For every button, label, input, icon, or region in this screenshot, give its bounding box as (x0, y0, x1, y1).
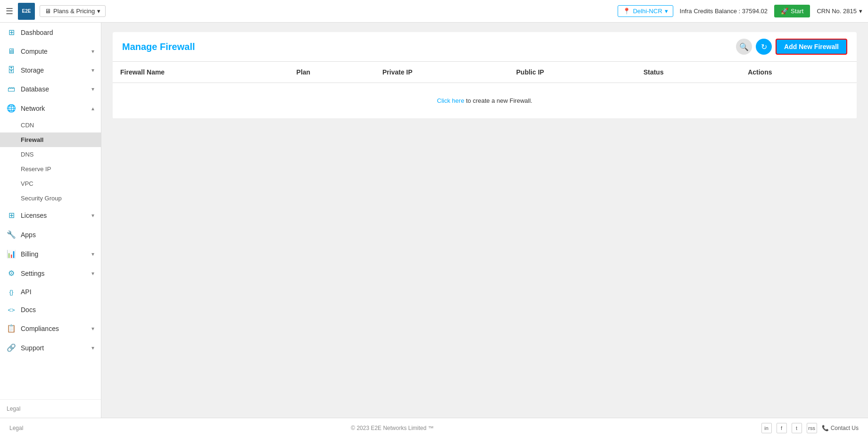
compliances-icon: 📋 (7, 324, 16, 333)
start-label: Start (791, 8, 803, 15)
region-button[interactable]: 📍 Delhi-NCR ▾ (618, 5, 673, 17)
footer-copyright: © 2023 E2E Networks Limited ™ (23, 425, 761, 431)
main-layout: ⊞ Dashboard 🖥 Compute ▾ 🗄 Storage ▾ 🗃 Da… (0, 23, 868, 418)
search-icon: 🔍 (739, 42, 749, 51)
twitter-icon[interactable]: t (792, 423, 802, 433)
sidebar-item-compute[interactable]: 🖥 Compute ▾ (0, 42, 101, 61)
sidebar-item-label: Settings (21, 270, 45, 277)
sidebar-item-label: Apps (21, 231, 36, 239)
sidebar-item-label: Network (21, 105, 45, 112)
sidebar-item-label: Support (21, 344, 44, 352)
rocket-icon: 🚀 (781, 8, 788, 15)
settings-icon: ⚙ (7, 269, 16, 278)
click-here-link[interactable]: Click here (437, 97, 464, 104)
contact-label: Contact Us (831, 425, 859, 431)
sidebar-item-label: Billing (21, 250, 38, 258)
crn-label: CRN No. 2815 (817, 8, 857, 15)
sidebar-item-licenses[interactable]: ⊞ Licenses ▾ (0, 206, 101, 225)
sidebar-subitem-dns[interactable]: DNS (0, 147, 101, 162)
sidebar-item-storage[interactable]: 🗄 Storage ▾ (0, 61, 101, 80)
plans-pricing-label: Plans & Pricing (53, 8, 95, 15)
page-header: Manage Firewall 🔍 ↻ Add New Firewall (113, 32, 857, 62)
add-new-firewall-button[interactable]: Add New Firewall (776, 39, 847, 55)
billing-icon: 📊 (7, 249, 16, 258)
database-icon: 🗃 (7, 85, 16, 93)
licenses-icon: ⊞ (7, 211, 16, 220)
sidebar-subitem-vpc[interactable]: VPC (0, 176, 101, 191)
sidebar-subitem-security-group[interactable]: Security Group (0, 191, 101, 206)
col-status: Status (636, 62, 741, 83)
plans-pricing-icon: 🖥 (45, 8, 51, 15)
plans-pricing-button[interactable]: 🖥 Plans & Pricing ▾ (40, 5, 106, 17)
col-public-ip: Public IP (509, 62, 636, 83)
sidebar-item-label: Storage (21, 66, 44, 74)
refresh-icon: ↻ (761, 42, 767, 51)
plans-pricing-chevron: ▾ (97, 8, 100, 15)
sidebar-item-compliances[interactable]: 📋 Compliances ▾ (0, 319, 101, 338)
topbar: ☰ E2E 🖥 Plans & Pricing ▾ 📍 Delhi-NCR ▾ … (0, 0, 868, 23)
firewall-table-container: Firewall Name Plan Private IP Public IP … (113, 62, 857, 119)
chevron-down-icon: ▾ (91, 86, 94, 92)
sidebar-item-support[interactable]: 🔗 Support ▾ (0, 338, 101, 357)
chevron-down-icon: ▾ (91, 212, 94, 219)
start-button[interactable]: 🚀 Start (774, 5, 810, 17)
sidebar-item-label: Dashboard (21, 29, 53, 36)
col-actions: Actions (740, 62, 857, 83)
infra-credits-label: Infra Credits Balance : 37594.02 (680, 8, 768, 15)
chevron-down-icon: ▾ (91, 48, 94, 55)
sidebar-footer: Legal (0, 399, 101, 418)
chevron-down-icon: ▾ (91, 270, 94, 277)
firewall-table: Firewall Name Plan Private IP Public IP … (113, 62, 857, 119)
sidebar-item-apps[interactable]: 🔧 Apps (0, 225, 101, 244)
sidebar-item-docs[interactable]: <> Docs (0, 301, 101, 319)
col-private-ip: Private IP (375, 62, 509, 83)
sidebar-subitem-firewall[interactable]: Firewall (0, 132, 101, 147)
main-content: Manage Firewall 🔍 ↻ Add New Firewall Fir… (101, 23, 868, 418)
footer-right: in f t rss 📞 Contact Us (761, 423, 859, 433)
sidebar-item-label: Docs (21, 306, 36, 314)
sidebar-subitem-cdn[interactable]: CDN (0, 118, 101, 132)
hamburger-icon[interactable]: ☰ (6, 6, 13, 17)
sidebar-item-billing[interactable]: 📊 Billing ▾ (0, 244, 101, 264)
crn-button[interactable]: CRN No. 2815 ▾ (817, 8, 862, 15)
sidebar-item-network[interactable]: 🌐 Network ▴ (0, 99, 101, 118)
phone-icon: 📞 (822, 425, 829, 431)
sidebar-subitem-reserve-ip[interactable]: Reserve IP (0, 162, 101, 176)
empty-message-text: to create a new Firewall. (466, 97, 532, 104)
region-chevron: ▾ (665, 8, 668, 15)
facebook-icon[interactable]: f (777, 423, 787, 433)
refresh-button[interactable]: ↻ (756, 39, 772, 55)
dashboard-icon: ⊞ (7, 28, 16, 37)
topbar-right: 📍 Delhi-NCR ▾ Infra Credits Balance : 37… (618, 5, 862, 17)
linkedin-icon[interactable]: in (761, 423, 772, 433)
footer: Legal © 2023 E2E Networks Limited ™ in f… (0, 418, 868, 438)
legal-label[interactable]: Legal (7, 405, 20, 412)
chevron-up-icon: ▴ (91, 105, 94, 112)
sidebar-item-dashboard[interactable]: ⊞ Dashboard (0, 23, 101, 42)
api-icon: {} (7, 289, 16, 296)
search-button[interactable]: 🔍 (736, 39, 752, 55)
footer-legal[interactable]: Legal (9, 425, 23, 431)
sidebar-item-database[interactable]: 🗃 Database ▾ (0, 80, 101, 99)
empty-message: Click here to create a new Firewall. (113, 83, 857, 119)
crn-chevron: ▾ (859, 8, 862, 15)
compute-icon: 🖥 (7, 47, 16, 56)
chevron-down-icon: ▾ (91, 67, 94, 74)
header-actions: 🔍 ↻ Add New Firewall (736, 39, 847, 55)
sidebar-item-label: Licenses (21, 212, 47, 219)
contact-us-button[interactable]: 📞 Contact Us (822, 425, 859, 431)
sidebar-item-label: Compliances (21, 325, 59, 332)
chevron-down-icon: ▾ (91, 251, 94, 257)
sidebar-item-api[interactable]: {} API (0, 283, 101, 301)
network-icon: 🌐 (7, 104, 16, 113)
logo: E2E (18, 3, 35, 20)
rss-icon[interactable]: rss (807, 423, 817, 433)
location-icon: 📍 (623, 8, 630, 15)
col-plan: Plan (289, 62, 375, 83)
page-title: Manage Firewall (122, 41, 195, 52)
chevron-down-icon: ▾ (91, 325, 94, 332)
empty-row: Click here to create a new Firewall. (113, 83, 857, 119)
sidebar-item-settings[interactable]: ⚙ Settings ▾ (0, 264, 101, 283)
topbar-left: ☰ E2E 🖥 Plans & Pricing ▾ (6, 3, 106, 20)
storage-icon: 🗄 (7, 66, 16, 74)
